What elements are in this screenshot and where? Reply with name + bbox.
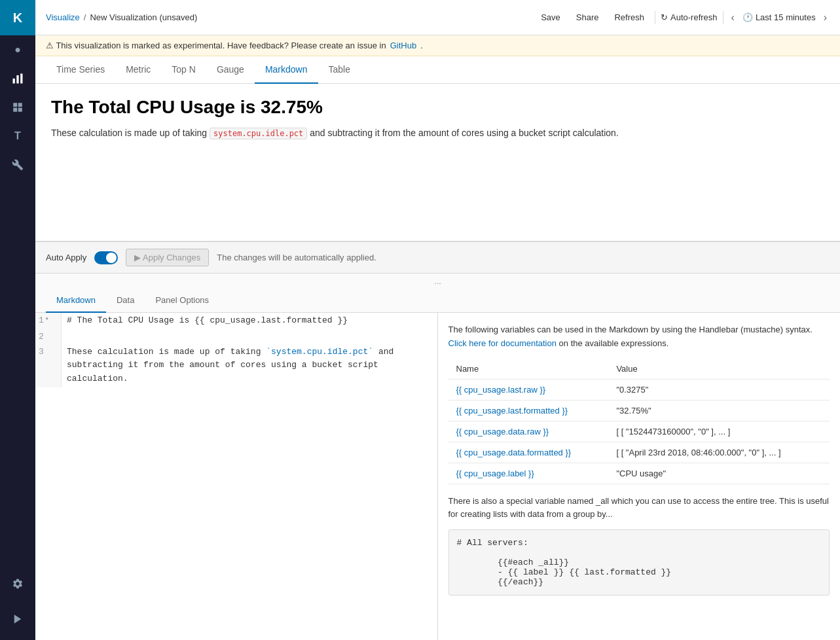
var-name-2: {{ cpu_usage.last.formatted }} xyxy=(456,406,568,416)
editor-tab-data[interactable]: Data xyxy=(106,289,145,313)
banner-text-end: . xyxy=(420,41,423,50)
auto-apply-bar: Auto Apply ▶ Apply Changes The changes w… xyxy=(35,242,840,274)
tab-table[interactable]: Table xyxy=(318,56,361,84)
main-content: Visualize / New Visualization (unsaved) … xyxy=(35,0,840,640)
viz-type-tabs: Time Series Metric Top N Gauge Markdown … xyxy=(35,56,840,84)
auto-apply-toggle[interactable] xyxy=(94,251,118,264)
svg-rect-4 xyxy=(18,103,22,107)
intro-text: The following variables can be used in t… xyxy=(448,325,813,334)
preview-title: The Total CPU Usage is 32.75% xyxy=(51,97,824,118)
line-content-1: # The Total CPU Usage is {{ cpu_usage.la… xyxy=(62,313,353,329)
var-value-3: [ [ "1524473160000", "0" ], ... ] xyxy=(616,427,730,436)
time-prev-button[interactable]: ‹ xyxy=(729,9,737,26)
right-panel: The following variables can be used in t… xyxy=(438,313,841,640)
intro-text-after: on the available expressions. xyxy=(559,338,669,348)
var-name-5: {{ cpu_usage.label }} xyxy=(456,469,534,478)
sidebar-item-dashboard[interactable] xyxy=(0,93,35,122)
topbar-divider xyxy=(655,11,655,24)
tab-top-n[interactable]: Top N xyxy=(161,56,206,84)
svg-marker-7 xyxy=(14,614,22,624)
code-editor[interactable]: 1▾ # The Total CPU Usage is {{ cpu_usage… xyxy=(35,313,438,640)
tab-markdown[interactable]: Markdown xyxy=(255,56,318,84)
sidebar-item-play[interactable] xyxy=(0,605,35,633)
tab-metric[interactable]: Metric xyxy=(115,56,161,84)
auto-apply-message: The changes will be automatically applie… xyxy=(217,253,376,262)
variables-table: Name Value {{ cpu_usage.last.raw }} "0.3… xyxy=(448,359,830,484)
sidebar-item-visualize[interactable] xyxy=(0,64,35,93)
breadcrumb: Visualize / New Visualization (unsaved) xyxy=(46,12,536,22)
sidebar-logo[interactable]: K xyxy=(0,0,35,35)
preview-area: The Total CPU Usage is 32.75% These calc… xyxy=(35,84,840,241)
var-name-4: {{ cpu_usage.data.formatted }} xyxy=(456,448,572,457)
svg-rect-1 xyxy=(16,75,18,84)
save-button[interactable]: Save xyxy=(536,10,566,25)
col-header-value: Value xyxy=(608,359,830,380)
editor-content: 1▾ # The Total CPU Usage is {{ cpu_usage… xyxy=(35,313,840,640)
preview-text-after: and subtracting it from the amount of co… xyxy=(310,128,619,138)
line-number-3: 3 xyxy=(35,344,62,387)
refresh-icon: ↻ xyxy=(661,12,668,22)
breadcrumb-visualize-link[interactable]: Visualize xyxy=(46,12,80,22)
sidebar-item-settings[interactable] xyxy=(0,569,35,598)
col-header-name: Name xyxy=(448,359,609,380)
experimental-banner: ⚠ This visualization is marked as experi… xyxy=(35,35,840,56)
sidebar-item-timelion[interactable]: T xyxy=(0,122,35,151)
table-row: {{ cpu_usage.last.raw }} "0.3275" xyxy=(448,379,830,400)
breadcrumb-current: New Visualization (unsaved) xyxy=(90,12,197,22)
table-row: {{ cpu_usage.data.raw }} [ [ "1524473160… xyxy=(448,421,830,442)
preview-text: These calculation is made up of taking s… xyxy=(51,126,824,140)
topbar: Visualize / New Visualization (unsaved) … xyxy=(35,0,840,35)
table-row: {{ cpu_usage.label }} "CPU usage" xyxy=(448,463,830,484)
time-next-button[interactable]: › xyxy=(821,9,830,26)
cpu-idle-code: system.cpu.idle.pct xyxy=(210,128,307,139)
code-line-3: 3 These calculation is made up of taking… xyxy=(35,344,437,387)
sidebar-item-devtools[interactable] xyxy=(0,151,35,179)
var-value-4: [ [ "April 23rd 2018, 08:46:00.000", "0"… xyxy=(616,448,780,457)
toggle-knob xyxy=(106,253,117,263)
table-row: {{ cpu_usage.last.formatted }} "32.75%" xyxy=(448,400,830,421)
topbar-actions: Save Share Refresh ↻ Auto-refresh ‹ 🕐 La… xyxy=(536,9,830,26)
svg-rect-0 xyxy=(13,79,15,84)
auto-refresh-button[interactable]: ↻ Auto-refresh xyxy=(661,12,718,22)
code-line-2: 2 xyxy=(35,329,437,344)
editor-tab-markdown[interactable]: Markdown xyxy=(46,289,106,313)
table-header-row: Name Value xyxy=(448,359,830,380)
time-range-display[interactable]: 🕐 Last 15 minutes xyxy=(742,12,816,22)
drag-handle[interactable]: ... xyxy=(35,274,840,289)
table-row: {{ cpu_usage.data.formatted }} [ [ "Apri… xyxy=(448,442,830,463)
apply-changes-button[interactable]: ▶ Apply Changes xyxy=(126,249,209,266)
github-link[interactable]: GitHub xyxy=(390,41,416,50)
auto-apply-label: Auto Apply xyxy=(46,253,86,262)
sidebar-item-discover[interactable]: ● xyxy=(0,35,35,64)
var-name-3: {{ cpu_usage.data.raw }} xyxy=(456,427,549,436)
documentation-link[interactable]: Click here for documentation xyxy=(448,338,557,348)
svg-rect-5 xyxy=(13,108,17,112)
sidebar: K ● T xyxy=(0,0,35,640)
var-value-1: "0.3275" xyxy=(616,385,648,395)
line-content-3: These calculation is made up of taking `… xyxy=(62,344,399,387)
refresh-button[interactable]: Refresh xyxy=(609,10,649,25)
right-panel-intro: The following variables can be used in t… xyxy=(448,323,830,351)
special-var-description: There is also a special variable named _… xyxy=(448,495,830,522)
editor-tabs: Markdown Data Panel Options xyxy=(35,289,840,313)
breadcrumb-separator: / xyxy=(84,12,86,22)
var-value-5: "CPU usage" xyxy=(616,469,666,478)
line-number-2: 2 xyxy=(35,329,62,344)
svg-rect-2 xyxy=(20,74,22,84)
var-name-1: {{ cpu_usage.last.raw }} xyxy=(456,385,546,395)
preview-text-before: These calculation is made up of taking xyxy=(51,128,207,138)
line-number-1: 1▾ xyxy=(35,313,62,329)
var-value-2: "32.75%" xyxy=(616,406,651,416)
topbar-divider2 xyxy=(723,11,723,24)
banner-text: ⚠ This visualization is marked as experi… xyxy=(46,41,386,50)
bottom-panel: Auto Apply ▶ Apply Changes The changes w… xyxy=(35,241,840,640)
share-button[interactable]: Share xyxy=(571,10,604,25)
svg-rect-3 xyxy=(13,103,17,107)
clock-icon: 🕐 xyxy=(742,12,753,22)
editor-tab-panel-options[interactable]: Panel Options xyxy=(145,289,219,313)
tab-time-series[interactable]: Time Series xyxy=(46,56,115,84)
code-block-example: # All servers: {{#each _all}} - {{ label… xyxy=(448,529,830,596)
idle-pct-link[interactable]: `system.cpu.idle.pct` xyxy=(266,347,373,357)
svg-rect-6 xyxy=(18,108,22,112)
tab-gauge[interactable]: Gauge xyxy=(206,56,255,84)
